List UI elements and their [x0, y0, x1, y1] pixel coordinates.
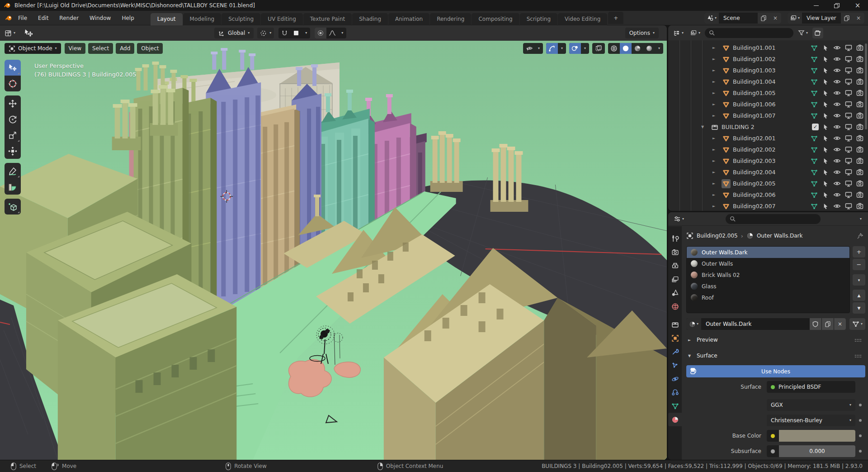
viewport-3d-scene[interactable] — [0, 41, 667, 460]
outliner-search-input[interactable] — [717, 30, 789, 36]
expand-icon[interactable]: ► — [712, 91, 722, 95]
render-disable-toggle-icon[interactable] — [856, 56, 863, 62]
viewport-disable-toggle-icon[interactable] — [845, 157, 852, 164]
viewport-disable-toggle-icon[interactable] — [845, 191, 852, 198]
outliner-row[interactable]: ► Building01.003 — [668, 65, 868, 76]
selectable-toggle-icon[interactable] — [822, 169, 829, 176]
selectable-toggle-icon[interactable] — [822, 56, 829, 62]
proportional-edit-toggle[interactable] — [315, 28, 326, 38]
animate-dot[interactable] — [855, 404, 865, 406]
viewport-disable-toggle-icon[interactable] — [845, 124, 852, 130]
outliner-item-name[interactable]: Building01.001 — [733, 44, 775, 51]
render-disable-toggle-icon[interactable] — [856, 157, 863, 164]
menu-item[interactable]: Help — [116, 11, 139, 25]
menu-item[interactable]: File — [13, 11, 33, 25]
render-disable-toggle-icon[interactable] — [856, 146, 863, 153]
tweak-tool-button[interactable] — [5, 60, 21, 76]
workspace-tab[interactable]: UV Editing — [261, 13, 303, 25]
hide-eye-toggle-icon[interactable] — [833, 191, 841, 198]
workspace-tab[interactable]: Sculpting — [222, 13, 260, 25]
move-slot-up-button[interactable]: ▲ — [853, 290, 865, 301]
options-dropdown[interactable]: Options ▾ — [625, 28, 659, 38]
properties-search[interactable] — [726, 214, 821, 224]
outliner-row[interactable]: ► Building01.006 — [668, 99, 868, 110]
editor-type-button[interactable]: ▾ — [3, 28, 17, 38]
slot-specials-button[interactable]: ▾ — [853, 274, 865, 286]
workspace-tab[interactable]: Compositing — [472, 13, 519, 25]
outliner-row[interactable]: ► Building01.002 — [668, 53, 868, 65]
subsurface-field[interactable]: 0.000 — [767, 445, 855, 457]
outliner-editor-type-button[interactable]: ▾ — [671, 28, 685, 38]
outliner-item-name[interactable]: Building02.007 — [733, 203, 775, 210]
hide-eye-toggle-icon[interactable] — [833, 203, 841, 210]
tab-scene[interactable] — [668, 286, 682, 300]
render-disable-toggle-icon[interactable] — [856, 78, 863, 85]
animate-dot[interactable] — [855, 419, 865, 422]
selectable-toggle-icon[interactable] — [822, 124, 829, 130]
pivot-point-dropdown[interactable]: ▾ — [257, 28, 274, 38]
outliner-row[interactable]: ▼ BUILDING 2 ✓ — [668, 121, 868, 133]
tab-view-layer[interactable] — [668, 272, 682, 286]
tab-render[interactable] — [668, 245, 682, 259]
viewport-menu[interactable]: Object — [137, 43, 163, 54]
new-view-layer-button[interactable] — [841, 13, 853, 24]
hide-eye-toggle-icon[interactable] — [833, 180, 841, 187]
expand-icon[interactable]: ► — [712, 159, 722, 163]
selectable-toggle-icon[interactable] — [822, 157, 829, 164]
workspace-tab[interactable]: Rendering — [430, 13, 471, 25]
outliner-item-name[interactable]: Building01.007 — [733, 112, 775, 119]
browse-material-button[interactable]: ▾ — [686, 318, 701, 330]
tab-output[interactable] — [668, 259, 682, 272]
blender-menu-icon[interactable] — [5, 14, 13, 22]
outliner-item-name[interactable]: Building02.004 — [733, 169, 775, 176]
tab-collection[interactable] — [668, 318, 682, 331]
selectable-toggle-icon[interactable] — [822, 67, 829, 74]
add-slot-button[interactable]: + — [853, 246, 865, 257]
material-name-field[interactable]: Outer Walls.Dark — [701, 318, 809, 330]
render-disable-toggle-icon[interactable] — [856, 191, 863, 198]
snap-target-icon[interactable] — [290, 28, 302, 38]
mode-dropdown[interactable]: Object Mode ▾ — [5, 43, 61, 54]
workspace-tab[interactable]: Texture Paint — [303, 13, 352, 25]
viewport-disable-toggle-icon[interactable] — [845, 146, 852, 153]
unlink-material-button[interactable]: × — [834, 318, 846, 330]
workspace-tab[interactable]: Video Editing — [558, 13, 607, 25]
chevron-down-icon[interactable]: ▾ — [305, 31, 307, 35]
selectable-toggle-icon[interactable] — [822, 44, 829, 51]
viewport-disable-toggle-icon[interactable] — [845, 169, 852, 176]
tab-physics[interactable] — [668, 372, 682, 386]
outliner-item-name[interactable]: BUILDING 2 — [722, 124, 755, 130]
outliner-item-name[interactable]: Building02.003 — [733, 157, 775, 164]
properties-editor-type-button[interactable]: ▾ — [672, 214, 686, 224]
outliner-row[interactable]: ► Building01.004 — [668, 76, 868, 87]
workspace-tab[interactable]: Shading — [352, 13, 388, 25]
hide-eye-toggle-icon[interactable] — [833, 67, 841, 74]
hide-eye-toggle-icon[interactable] — [833, 135, 841, 142]
minimize-button[interactable] — [806, 0, 826, 11]
tab-constraints[interactable] — [668, 386, 682, 399]
unlink-scene-button[interactable]: × — [769, 13, 781, 24]
outliner-item-name[interactable]: Building01.005 — [733, 90, 775, 96]
material-slot[interactable]: Outer Walls — [687, 258, 849, 269]
viewport-disable-toggle-icon[interactable] — [845, 90, 852, 96]
material-slot[interactable]: Brick Walls 02 — [687, 269, 849, 281]
add-workspace-button[interactable]: + — [608, 12, 623, 24]
render-disable-toggle-icon[interactable] — [856, 124, 863, 130]
browse-view-layer-button[interactable]: ▾ — [788, 13, 802, 24]
material-slot[interactable]: Glass — [687, 281, 849, 292]
expand-icon[interactable]: ► — [712, 57, 722, 61]
hide-eye-toggle-icon[interactable] — [833, 146, 841, 153]
viewport-3d[interactable]: Object Mode ▾ ViewSelectAddObject ▾ ▾ — [0, 41, 667, 460]
viewport-disable-toggle-icon[interactable] — [845, 112, 852, 119]
snap-toggle-magnet-icon[interactable] — [278, 28, 290, 38]
outliner-row[interactable]: ► Building01.001 — [668, 42, 868, 53]
viewport-disable-toggle-icon[interactable] — [845, 203, 852, 210]
outliner-filter-button[interactable]: ▾ — [796, 28, 810, 38]
base-color-swatch[interactable] — [779, 430, 855, 442]
hide-eye-toggle-icon[interactable] — [833, 90, 841, 96]
shading-wireframe-button[interactable] — [608, 43, 620, 54]
hide-eye-toggle-icon[interactable] — [833, 44, 841, 51]
expand-icon[interactable]: ► — [712, 193, 722, 197]
pin-icon[interactable] — [857, 233, 863, 239]
expand-icon[interactable]: ► — [712, 46, 722, 50]
